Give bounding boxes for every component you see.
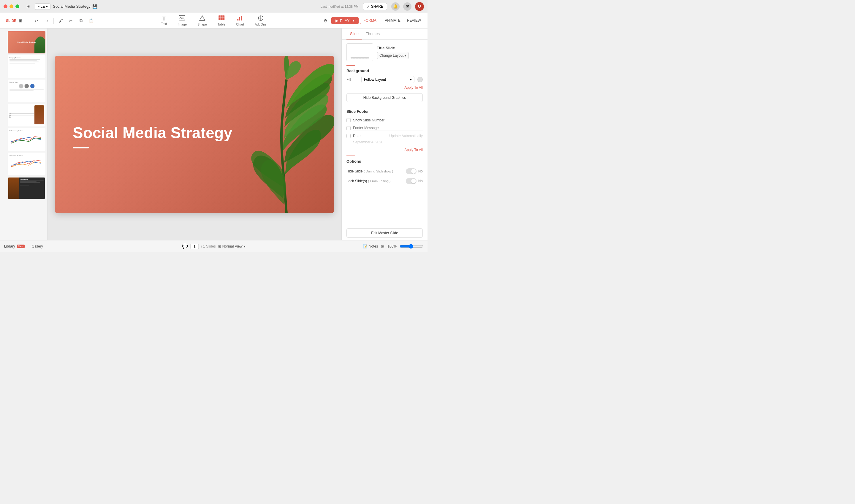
lock-slide-label: Lock Slide(s) ( From Editing ) bbox=[346, 179, 406, 183]
main-layout: 1 Social Media Strategy 2 Company Overvi… bbox=[0, 29, 427, 240]
slide-thumbnail-4[interactable] bbox=[8, 104, 46, 126]
hide-background-graphics-button[interactable]: Hide Background Graphics bbox=[346, 93, 423, 102]
status-bar: Library New Gallery 💬 / 1 Slides ⊞ Norma… bbox=[0, 240, 427, 252]
cut-button[interactable]: ✂ bbox=[67, 17, 75, 25]
image-tool[interactable]: Image bbox=[175, 14, 189, 27]
center-tools: T Text Image Shape Table Chart bbox=[159, 14, 269, 27]
tab-animate[interactable]: ANIMATE bbox=[382, 17, 403, 24]
library-button[interactable]: Library New bbox=[4, 244, 25, 249]
slide-wrapper-3: 3 Meet the Team bbox=[2, 79, 46, 102]
play-button[interactable]: ▶ PLAY ▾ bbox=[331, 17, 359, 24]
fill-dropdown[interactable]: Follow Layout ▾ bbox=[361, 76, 414, 83]
paint-format-button[interactable]: 🖌 bbox=[57, 17, 65, 25]
shape-tool[interactable]: Shape bbox=[195, 14, 209, 27]
image-icon bbox=[179, 15, 185, 22]
toolbar: SLIDE ⊞ ↩ ↪ 🖌 ✂ ⧉ 📋 T Text Image Shape bbox=[0, 13, 427, 29]
chevron-down-icon: ▾ bbox=[404, 53, 406, 58]
date-checkbox[interactable] bbox=[346, 134, 351, 138]
slide-thumbnail-7[interactable]: Content Style bbox=[8, 177, 46, 199]
options-section-header: Options bbox=[342, 156, 427, 165]
apply-to-all-button[interactable]: Apply To All bbox=[342, 84, 427, 92]
slide-button[interactable]: SLIDE ⊞ bbox=[3, 17, 26, 25]
play-icon: ▶ bbox=[336, 18, 338, 23]
status-center: 💬 / 1 Slides ⊞ Normal View ▾ bbox=[182, 244, 245, 249]
addons-tool[interactable]: AddOns bbox=[252, 14, 269, 27]
mail-icon[interactable]: ✉ bbox=[403, 2, 411, 11]
notes-button[interactable]: 📝 Notes bbox=[363, 244, 378, 249]
lock-slide-toggle[interactable] bbox=[406, 178, 416, 184]
fit-to-screen-icon[interactable]: ⊞ bbox=[381, 244, 385, 249]
date-value: September 4, 2020 bbox=[353, 140, 423, 145]
minimize-button[interactable] bbox=[10, 4, 13, 8]
toolbar-right: ⚙ ▶ PLAY ▾ FORMAT ANIMATE REVIEW bbox=[321, 17, 424, 25]
slide-canvas[interactable]: Social Media Strategy bbox=[55, 56, 334, 213]
normal-view-button[interactable]: ⊞ Normal View ▾ bbox=[218, 244, 246, 249]
settings-icon[interactable]: ⚙ bbox=[321, 17, 329, 25]
chat-icon[interactable]: 💬 bbox=[182, 244, 188, 249]
dropdown-chevron-icon: ▾ bbox=[410, 77, 412, 82]
gallery-button[interactable]: Gallery bbox=[32, 244, 43, 249]
tab-themes[interactable]: Themes bbox=[362, 29, 383, 39]
svg-rect-9 bbox=[241, 16, 242, 20]
home-icon[interactable]: ⊞ bbox=[24, 2, 32, 11]
footer-section: Show Slide Number Date Update Automatica… bbox=[342, 115, 427, 146]
toggle-knob bbox=[411, 169, 416, 174]
tab-slide[interactable]: Slide bbox=[346, 29, 362, 39]
layout-preview-box bbox=[346, 43, 373, 61]
show-slide-number-checkbox[interactable] bbox=[346, 118, 351, 122]
tab-review[interactable]: REVIEW bbox=[404, 17, 424, 24]
slide-thumbnail-5[interactable]: Performance by Platform bbox=[8, 128, 46, 151]
slide-underline bbox=[73, 147, 89, 148]
panel-tabs: Slide Themes bbox=[342, 29, 427, 40]
hide-slide-toggle[interactable] bbox=[406, 168, 416, 174]
notifications-icon[interactable]: 🔔 bbox=[391, 2, 399, 11]
hide-slide-label: Hide Slide ( During Slideshow ) bbox=[346, 169, 406, 173]
file-menu[interactable]: FILE ▾ bbox=[35, 3, 51, 10]
maximize-button[interactable] bbox=[15, 4, 19, 8]
paste-button[interactable]: 📋 bbox=[87, 17, 95, 25]
edit-master-slide-button[interactable]: Edit Master Slide bbox=[346, 228, 423, 238]
chart-icon bbox=[237, 15, 244, 22]
date-row: Date Update Automatically bbox=[346, 132, 423, 140]
table-tool[interactable]: Table bbox=[215, 14, 228, 27]
chart-tool[interactable]: Chart bbox=[234, 14, 246, 27]
current-page-input[interactable] bbox=[190, 244, 199, 249]
zoom-slider[interactable] bbox=[399, 244, 423, 249]
date-label: Date bbox=[353, 134, 360, 138]
slide-thumbnail-1[interactable]: Social Media Strategy bbox=[8, 31, 46, 53]
layout-preview-area: Title Slide Change Layout ▾ bbox=[342, 40, 427, 65]
grid-view-icon[interactable]: ⊞ bbox=[18, 18, 23, 24]
share-button[interactable]: ↗ SHARE bbox=[363, 3, 387, 10]
slide-thumbnail-2[interactable]: Company Overview bbox=[8, 55, 46, 78]
fill-color-swatch[interactable] bbox=[417, 77, 423, 82]
new-badge: New bbox=[17, 245, 25, 248]
copy-button[interactable]: ⧉ bbox=[77, 17, 85, 25]
slide-wrapper-1: 1 Social Media Strategy bbox=[2, 31, 46, 53]
lock-slide-row: Lock Slide(s) ( From Editing ) No bbox=[346, 176, 423, 186]
undo-button[interactable]: ↩ bbox=[32, 17, 40, 25]
slide-thumbnail-3[interactable]: Meet the Team bbox=[8, 79, 46, 102]
view-chevron-icon: ▾ bbox=[244, 244, 246, 249]
footer-message-checkbox[interactable] bbox=[346, 126, 351, 130]
slide-wrapper-2: 2 Company Overview bbox=[2, 55, 46, 78]
fill-row: Fill Follow Layout ▾ bbox=[342, 75, 427, 84]
redo-button[interactable]: ↪ bbox=[42, 17, 51, 25]
avatar[interactable]: U bbox=[415, 2, 424, 11]
lock-slide-toggle-label: No bbox=[418, 179, 423, 183]
hide-slide-toggle-label: No bbox=[418, 169, 423, 173]
tab-format[interactable]: FORMAT bbox=[360, 17, 381, 24]
text-tool[interactable]: T Text bbox=[159, 15, 169, 27]
file-label: FILE bbox=[37, 4, 45, 8]
fill-label: Fill bbox=[346, 77, 358, 82]
slide-title: Social Media Strategy bbox=[73, 124, 232, 141]
slide-thumbnail-6[interactable]: Performance by Platform bbox=[8, 152, 46, 175]
close-button[interactable] bbox=[3, 4, 7, 8]
change-layout-button[interactable]: Change Layout ▾ bbox=[377, 52, 409, 59]
slide-panel: 1 Social Media Strategy 2 Company Overvi… bbox=[0, 29, 48, 240]
layout-name: Title Slide bbox=[377, 46, 409, 50]
format-tabs: FORMAT ANIMATE REVIEW bbox=[360, 17, 424, 24]
footer-message-input[interactable] bbox=[353, 125, 423, 131]
apply-to-all-footer-button[interactable]: Apply To All bbox=[342, 146, 427, 156]
footer-section-header: Slide Footer bbox=[342, 106, 427, 115]
update-automatically-label: Update Automatically bbox=[363, 134, 423, 138]
